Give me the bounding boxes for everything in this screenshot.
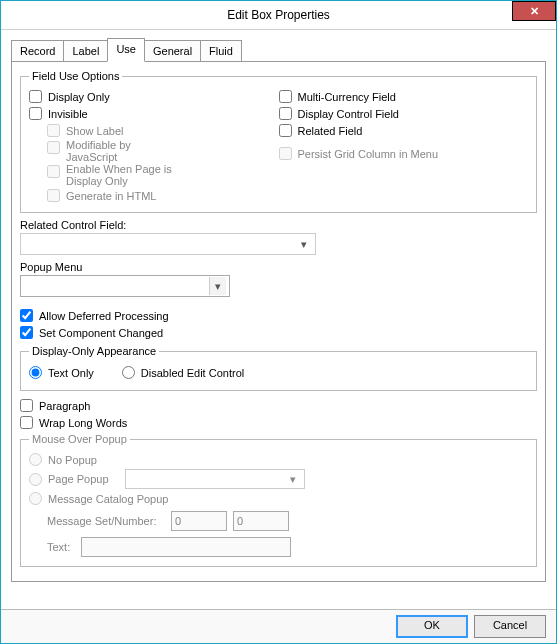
message-set-input	[171, 511, 227, 531]
button-bar: OK Cancel	[1, 609, 556, 643]
cancel-button[interactable]: Cancel	[474, 615, 546, 638]
modifiable-by-js-checkbox: Modifiable by JavaScript	[47, 139, 279, 163]
enable-when-page-do-checkbox: Enable When Page is Display Only	[47, 163, 279, 187]
invisible-checkbox[interactable]: Invisible	[29, 105, 279, 122]
close-icon: ✕	[530, 5, 539, 18]
mouse-over-text-label: Text:	[47, 541, 75, 553]
related-control-combo[interactable]: ▾	[20, 233, 316, 255]
field-use-options-group: Field Use Options Display Only Invisible	[20, 70, 537, 213]
tab-record[interactable]: Record	[11, 40, 64, 62]
generate-in-html-checkbox: Generate in HTML	[47, 187, 279, 204]
mouse-over-popup-group: Mouse Over Popup No Popup Page Popup ▾	[20, 433, 537, 567]
chevron-down-icon: ▾	[285, 471, 301, 487]
tab-label[interactable]: Label	[63, 40, 108, 62]
set-component-changed-checkbox[interactable]: Set Component Changed	[20, 324, 537, 341]
popup-menu-label: Popup Menu	[20, 261, 537, 273]
tab-panel-use: Field Use Options Display Only Invisible	[11, 61, 546, 582]
tab-fluid[interactable]: Fluid	[200, 40, 242, 62]
popup-menu-combo[interactable]: ▾	[20, 275, 230, 297]
display-control-checkbox[interactable]: Display Control Field	[279, 105, 529, 122]
allow-deferred-checkbox[interactable]: Allow Deferred Processing	[20, 307, 537, 324]
display-only-appearance-legend: Display-Only Appearance	[29, 345, 159, 357]
close-button[interactable]: ✕	[512, 1, 556, 21]
page-popup-radio: Page Popup	[29, 471, 119, 488]
message-catalog-radio: Message Catalog Popup	[29, 490, 528, 507]
multi-currency-checkbox[interactable]: Multi-Currency Field	[279, 88, 529, 105]
paragraph-checkbox[interactable]: Paragraph	[20, 397, 537, 414]
show-label-checkbox: Show Label	[47, 122, 279, 139]
content-area: Record Label Use General Fluid Field Use…	[1, 30, 556, 609]
tab-use[interactable]: Use	[107, 38, 145, 62]
tab-strip: Record Label Use General Fluid	[11, 38, 546, 62]
chevron-down-icon: ▾	[296, 235, 312, 253]
display-only-appearance-group: Display-Only Appearance Text Only Disabl…	[20, 345, 537, 391]
text-only-radio[interactable]: Text Only	[29, 364, 94, 381]
mouse-over-text-input	[81, 537, 291, 557]
page-popup-combo: ▾	[125, 469, 305, 489]
persist-grid-checkbox: Persist Grid Column in Menu	[279, 145, 529, 162]
no-popup-radio: No Popup	[29, 451, 528, 468]
window-title: Edit Box Properties	[227, 8, 330, 22]
mouse-over-popup-legend: Mouse Over Popup	[29, 433, 130, 445]
message-set-number-label: Message Set/Number:	[47, 515, 165, 527]
display-only-checkbox[interactable]: Display Only	[29, 88, 279, 105]
ok-button[interactable]: OK	[396, 615, 468, 638]
dialog-window: Edit Box Properties ✕ Record Label Use G…	[0, 0, 557, 644]
chevron-down-icon: ▾	[209, 277, 226, 295]
tab-general[interactable]: General	[144, 40, 201, 62]
message-number-input	[233, 511, 289, 531]
disabled-edit-radio[interactable]: Disabled Edit Control	[122, 364, 244, 381]
wrap-long-words-checkbox[interactable]: Wrap Long Words	[20, 414, 537, 431]
related-field-checkbox[interactable]: Related Field	[279, 122, 529, 139]
field-use-options-legend: Field Use Options	[29, 70, 122, 82]
titlebar: Edit Box Properties ✕	[1, 1, 556, 30]
related-control-label: Related Control Field:	[20, 219, 537, 231]
